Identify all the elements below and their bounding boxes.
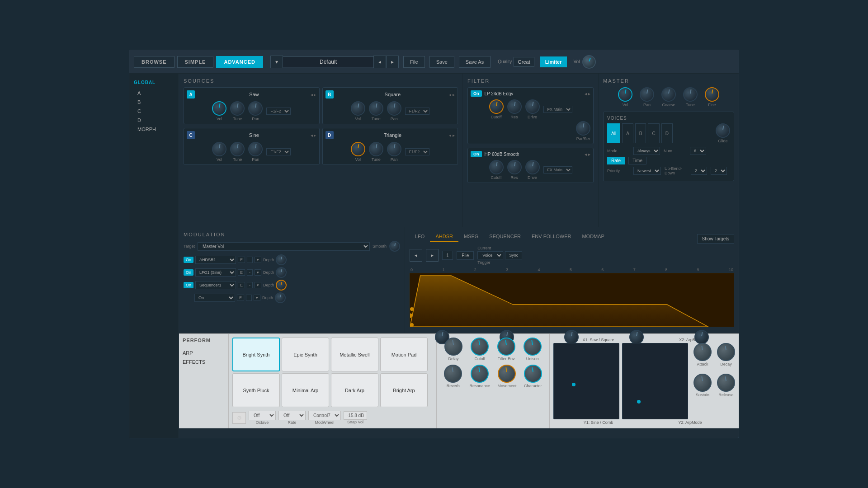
voices-tab-d[interactable]: D: [661, 123, 673, 143]
master-pan-knob[interactable]: [640, 87, 654, 102]
perf-filter-env-knob[interactable]: [497, 338, 515, 356]
num-select[interactable]: 6: [690, 147, 706, 155]
env-release-knob[interactable]: [694, 330, 709, 344]
sidebar-item-morph[interactable]: MORPH: [134, 125, 174, 134]
modwheel-select[interactable]: Control7: [308, 411, 341, 420]
mod-on-1[interactable]: On: [184, 257, 193, 263]
filter-fx-select[interactable]: FX Main: [543, 106, 572, 113]
filter-drive-knob[interactable]: [525, 99, 540, 114]
up-select[interactable]: 2: [691, 167, 707, 175]
perf-cutoff-knob[interactable]: [471, 338, 489, 356]
voice-select[interactable]: Voice: [477, 251, 503, 259]
mod-source-3[interactable]: Sequencer1: [195, 281, 236, 289]
mod-dash-2[interactable]: -: [247, 269, 253, 276]
pad-motion-pad[interactable]: Motion Pad: [380, 338, 428, 371]
voices-tab-a[interactable]: A: [622, 123, 633, 143]
master-vol-knob[interactable]: [618, 87, 632, 102]
filter-cutoff-knob[interactable]: [489, 99, 504, 114]
mod-on-3[interactable]: On: [184, 282, 193, 288]
arp-label[interactable]: ARP: [183, 350, 193, 356]
filter-lp-on[interactable]: On: [471, 90, 482, 97]
perf-resonance-knob[interactable]: [471, 365, 489, 383]
filter-res-knob[interactable]: [507, 99, 522, 114]
extra-release-knob[interactable]: [717, 374, 735, 392]
source-d-arrows[interactable]: ◂ ▸: [449, 133, 455, 138]
env-dot-sustain[interactable]: [410, 307, 414, 311]
sync-button[interactable]: Sync: [505, 251, 522, 259]
master-tune-knob[interactable]: [683, 87, 698, 102]
vol-knob[interactable]: [582, 55, 596, 69]
mod-e-2[interactable]: E: [238, 269, 245, 276]
voices-tab-b[interactable]: B: [635, 123, 646, 143]
depth-knob-2[interactable]: [276, 267, 287, 278]
source-a-vol-knob[interactable]: [212, 101, 226, 116]
source-d-vol-knob[interactable]: [351, 142, 365, 156]
mod-v-1[interactable]: ▾: [255, 257, 261, 263]
mod-v-2[interactable]: ▾: [255, 269, 261, 276]
file-button[interactable]: File: [403, 56, 425, 68]
perf-delay-knob[interactable]: [444, 338, 462, 356]
pad-bright-synth[interactable]: Bright Synth: [232, 338, 280, 371]
glide-knob[interactable]: [716, 123, 730, 138]
filter-hp-cutoff-knob[interactable]: [489, 160, 504, 174]
down-select[interactable]: 2: [711, 167, 727, 175]
source-d-pan-knob[interactable]: [387, 142, 401, 156]
env-tab-modmap[interactable]: MODMAP: [576, 232, 610, 242]
sidebar-item-d[interactable]: D: [134, 116, 174, 125]
preset-prev[interactable]: ◂: [373, 56, 386, 68]
mod-v-4[interactable]: ▾: [254, 295, 260, 301]
sidebar-item-b[interactable]: B: [134, 98, 174, 107]
extra-decay-knob[interactable]: [717, 343, 735, 361]
env-graph[interactable]: [410, 273, 734, 327]
mod-e-4[interactable]: E: [237, 295, 244, 301]
source-b-f1f2-select[interactable]: F1/F2: [405, 108, 429, 115]
advanced-tab[interactable]: ADVANCED: [216, 56, 263, 68]
source-a-tune-knob[interactable]: [230, 101, 245, 116]
depth-knob-3[interactable]: [276, 280, 287, 291]
pad-epic-synth[interactable]: Epic Synth: [282, 338, 329, 371]
pad-minimal-arp[interactable]: Minimal Arp: [282, 373, 329, 407]
mod-dash-3[interactable]: -: [247, 282, 253, 288]
limiter-button[interactable]: Limiter: [540, 56, 567, 67]
rate-btn[interactable]: Rate: [607, 157, 625, 164]
mod-v-3[interactable]: ▾: [255, 282, 261, 288]
env-tab-lfo[interactable]: LFO: [410, 232, 430, 242]
env-tab-ahdsr[interactable]: AHDSR: [430, 232, 458, 242]
pad-dark-arp[interactable]: Dark Arp: [331, 373, 378, 407]
source-a-f1f2-select[interactable]: F1/F2: [266, 108, 291, 115]
env-tab-mseg[interactable]: MSEG: [458, 232, 484, 242]
env-tab-envfollower[interactable]: ENV FOLLOWER: [526, 232, 576, 242]
perf-character-knob[interactable]: [524, 365, 542, 383]
octave-select[interactable]: Off: [249, 411, 276, 420]
source-d-f1f2-select[interactable]: F1/F2: [405, 148, 429, 155]
target-select[interactable]: Master Vol: [198, 242, 370, 251]
mod-on-2[interactable]: On: [184, 269, 193, 276]
mode-select[interactable]: Always: [633, 147, 660, 155]
save-as-button[interactable]: Save As: [459, 56, 491, 68]
master-fine-knob[interactable]: [705, 87, 719, 102]
simple-tab[interactable]: SIMPLE: [177, 56, 214, 68]
smooth-knob[interactable]: [389, 241, 400, 252]
sidebar-item-a[interactable]: A: [134, 89, 174, 98]
source-d-tune-knob[interactable]: [369, 142, 383, 156]
env-file-btn[interactable]: File: [457, 251, 474, 260]
mod-dash-1[interactable]: -: [247, 257, 253, 263]
filter-hp-drive-knob[interactable]: [525, 160, 540, 174]
browse-tab[interactable]: BROWSE: [134, 56, 175, 68]
source-b-pan-knob[interactable]: [387, 101, 401, 116]
show-targets-button[interactable]: Show Targets: [697, 234, 734, 244]
preset-next[interactable]: ▸: [386, 56, 399, 68]
pad-metallic-swell[interactable]: Metallic Swell: [331, 338, 378, 371]
mod-source-2[interactable]: LFO1 (Sine): [195, 268, 236, 277]
extra-sustain-knob[interactable]: [693, 374, 712, 392]
source-c-f1f2-select[interactable]: F1/F2: [266, 148, 291, 155]
mod-source-4[interactable]: On: [194, 294, 235, 302]
effects-label[interactable]: EFFECTS: [183, 359, 205, 365]
voices-tab-all[interactable]: All: [607, 123, 620, 143]
extra-attack-knob[interactable]: [693, 343, 712, 361]
filter-hp-res-knob[interactable]: [507, 160, 522, 174]
source-a-arrows[interactable]: ◂ ▸: [311, 92, 316, 97]
mod-dash-4[interactable]: -: [246, 295, 252, 301]
source-c-tune-knob[interactable]: [230, 142, 245, 156]
env-sustain-knob[interactable]: [629, 330, 644, 344]
